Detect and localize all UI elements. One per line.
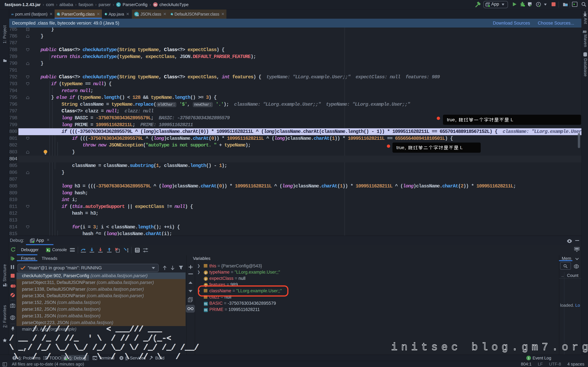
svg-text:m: m: [154, 3, 157, 6]
svg-text:m: m: [11, 13, 14, 16]
svg-text:C: C: [117, 3, 120, 6]
svg-text:1: 1: [528, 356, 529, 360]
